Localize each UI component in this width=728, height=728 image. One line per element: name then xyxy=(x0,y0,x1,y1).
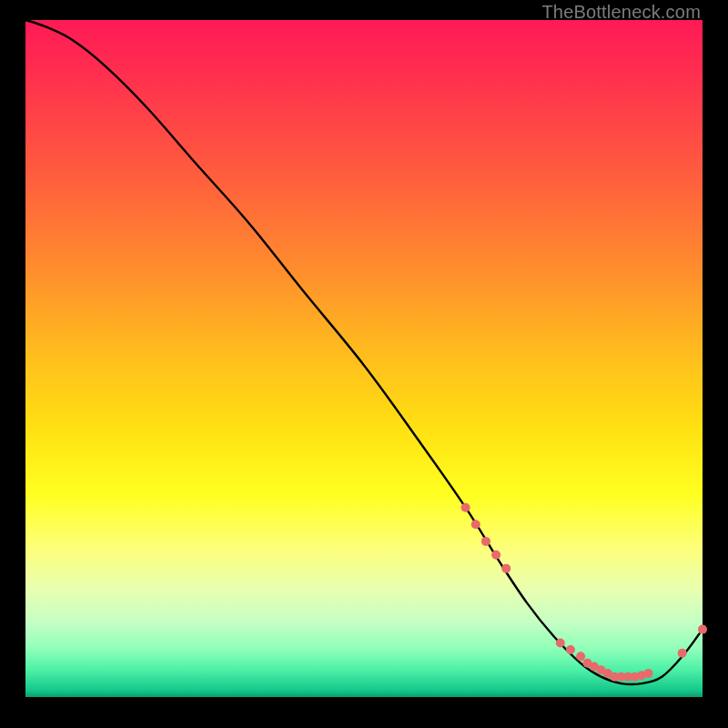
chart-dot xyxy=(501,564,511,573)
chart-curve xyxy=(25,20,703,684)
chart-dots xyxy=(461,503,707,682)
chart-dot xyxy=(461,503,470,512)
chart-dot xyxy=(678,649,687,658)
chart-plot-area xyxy=(25,20,703,697)
chart-dot xyxy=(556,638,565,647)
chart-dot xyxy=(481,537,490,546)
chart-stage: TheBottleneck.com xyxy=(0,0,728,728)
chart-dot xyxy=(576,652,585,661)
chart-dot xyxy=(698,625,707,634)
chart-dot xyxy=(566,645,575,654)
chart-dot xyxy=(643,669,652,678)
chart-dot xyxy=(491,551,500,560)
chart-dot xyxy=(471,520,480,529)
chart-svg xyxy=(25,20,703,697)
